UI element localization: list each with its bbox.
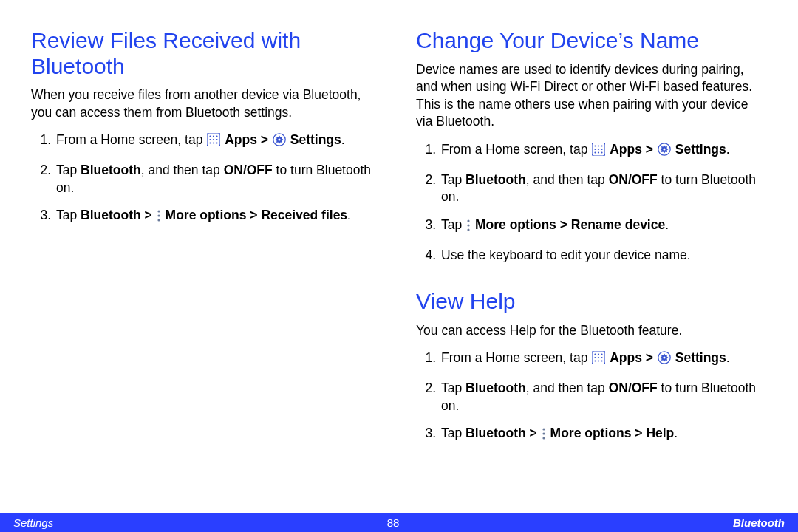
text: From a Home screen, tap <box>441 142 591 157</box>
text-bold: Bluetooth <box>466 426 526 440</box>
text: , and then tap <box>526 172 609 187</box>
text: . <box>341 132 345 147</box>
text-bold: > <box>556 217 571 232</box>
text-bold: Received files <box>261 208 347 222</box>
text: Tap <box>441 426 466 440</box>
step: Tap More options > Rename device. <box>440 216 767 236</box>
text: Tap <box>56 208 81 222</box>
text: . <box>665 217 669 232</box>
text-bold: ON/OFF <box>609 172 658 187</box>
text-bold: Bluetooth <box>466 172 526 187</box>
text-bold: > <box>257 132 272 147</box>
text-bold: Settings <box>675 350 726 365</box>
text-bold: Apps <box>225 132 257 147</box>
text-bold: > <box>526 426 541 440</box>
heading-view-help: View Help <box>416 289 767 315</box>
text-bold: > <box>246 208 261 222</box>
text: From a Home screen, tap <box>56 132 206 147</box>
manual-page: Review Files Received with Bluetooth Whe… <box>0 0 798 532</box>
text: . <box>726 142 730 157</box>
text: Tap <box>56 163 81 177</box>
more-options-icon <box>542 427 546 445</box>
settings-icon <box>273 133 286 151</box>
text-bold: More options <box>475 217 556 232</box>
step: Tap Bluetooth > More options > Received … <box>55 207 382 227</box>
footer-page-number: 88 <box>53 516 733 529</box>
text-bold: > <box>642 142 657 157</box>
text-bold: Apps <box>610 350 642 365</box>
text-bold: Settings <box>290 132 341 147</box>
apps-icon <box>207 133 220 151</box>
text-bold: Bluetooth <box>81 163 141 177</box>
text-bold: Apps <box>610 142 642 157</box>
text-bold: > <box>141 208 156 222</box>
text-bold: Bluetooth <box>81 208 141 222</box>
section-review-files: Review Files Received with Bluetooth Whe… <box>31 28 382 227</box>
left-column: Review Files Received with Bluetooth Whe… <box>31 28 382 470</box>
footer-topic-label: Bluetooth <box>733 516 785 529</box>
step: From a Home screen, tap Apps > Settings. <box>440 141 767 161</box>
more-options-icon <box>157 209 161 227</box>
step: Tap Bluetooth > More options > Help. <box>440 425 767 445</box>
step: From a Home screen, tap Apps > Settings. <box>440 349 767 369</box>
text: , and then tap <box>526 381 609 395</box>
apps-icon <box>592 143 605 161</box>
text-bold: ON/OFF <box>609 381 658 395</box>
heading-review-files: Review Files Received with Bluetooth <box>31 28 382 79</box>
step: Tap Bluetooth, and then tap ON/OFF to tu… <box>440 171 767 206</box>
text-bold: More options <box>166 208 247 222</box>
settings-icon <box>658 351 671 369</box>
step: Tap Bluetooth, and then tap ON/OFF to tu… <box>440 380 767 415</box>
steps-change-name: From a Home screen, tap Apps > Settings.… <box>416 141 767 264</box>
steps-view-help: From a Home screen, tap Apps > Settings.… <box>416 349 767 445</box>
intro-review-files: When you receive files from another devi… <box>31 86 382 121</box>
intro-view-help: You can access Help for the Bluetooth fe… <box>416 322 767 340</box>
heading-change-name: Change Your Device’s Name <box>416 28 767 54</box>
text-bold: Help <box>646 426 674 440</box>
text-bold: Rename device <box>571 217 665 232</box>
text-bold: Settings <box>675 142 726 157</box>
section-change-name: Change Your Device’s Name Device names a… <box>416 28 767 264</box>
text-bold: Bluetooth <box>466 381 526 395</box>
intro-change-name: Device names are used to identify device… <box>416 61 767 132</box>
right-column: Change Your Device’s Name Device names a… <box>416 28 767 470</box>
step: Use the keyboard to edit your device nam… <box>440 247 767 265</box>
steps-review-files: From a Home screen, tap Apps > Settings.… <box>31 132 382 227</box>
apps-icon <box>592 351 605 369</box>
section-view-help: View Help You can access Help for the Bl… <box>416 289 767 445</box>
page-footer: Settings 88 Bluetooth <box>0 513 798 532</box>
text: . <box>347 208 351 222</box>
settings-icon <box>658 143 671 161</box>
text-bold: More options <box>550 426 632 440</box>
step: From a Home screen, tap Apps > Settings. <box>55 132 382 151</box>
footer-section-label: Settings <box>13 516 53 529</box>
text: , and then tap <box>141 163 224 177</box>
text-bold: > <box>642 350 657 365</box>
text: . <box>674 426 678 440</box>
text: Tap <box>441 172 466 187</box>
text: . <box>726 350 730 365</box>
text: Use the keyboard to edit your device nam… <box>441 248 691 262</box>
step: Tap Bluetooth, and then tap ON/OFF to tu… <box>55 162 382 197</box>
text-bold: ON/OFF <box>224 163 273 177</box>
text: Tap <box>441 381 466 395</box>
more-options-icon <box>466 219 471 236</box>
text: Tap <box>441 217 466 232</box>
two-column-layout: Review Files Received with Bluetooth Whe… <box>31 28 767 470</box>
text-bold: > <box>631 426 646 440</box>
text: From a Home screen, tap <box>441 350 591 365</box>
